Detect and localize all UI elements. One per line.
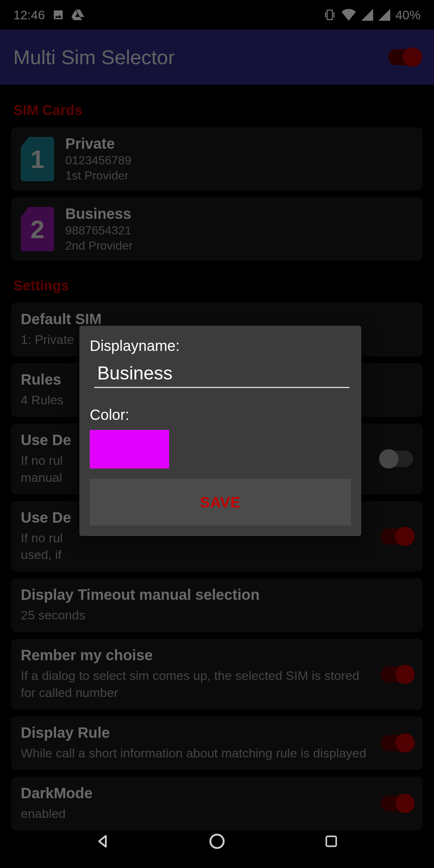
system-navbar bbox=[0, 815, 434, 868]
color-picker[interactable] bbox=[90, 430, 169, 468]
svg-point-1 bbox=[210, 835, 224, 848]
save-button[interactable]: SAVE bbox=[90, 479, 351, 526]
svg-rect-2 bbox=[326, 836, 336, 846]
nav-back-button[interactable] bbox=[92, 830, 114, 852]
color-label: Color: bbox=[90, 407, 351, 423]
edit-sim-dialog: Displayname: Color: SAVE bbox=[79, 326, 361, 536]
nav-recents-button[interactable] bbox=[320, 830, 342, 852]
nav-home-button[interactable] bbox=[206, 830, 228, 852]
displayname-label: Displayname: bbox=[90, 338, 351, 354]
displayname-input[interactable] bbox=[94, 361, 349, 388]
